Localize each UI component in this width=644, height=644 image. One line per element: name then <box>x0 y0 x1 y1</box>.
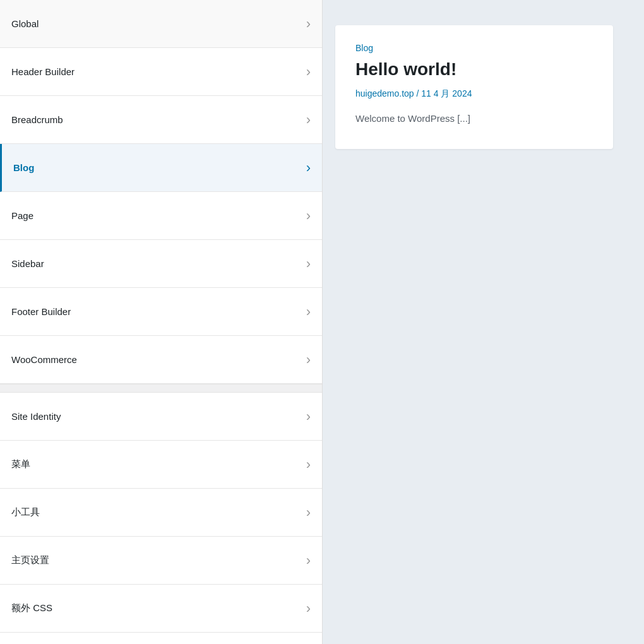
nav-item-widgets[interactable]: 小工具› <box>0 489 322 537</box>
nav-item-header-builder[interactable]: Header Builder› <box>0 48 322 96</box>
nav-item-label-woocommerce: WooCommerce <box>11 354 77 365</box>
chevron-right-icon: › <box>306 352 311 368</box>
nav-item-breadcrumb[interactable]: Breadcrumb› <box>0 96 322 144</box>
nav-item-label-page: Page <box>11 210 33 221</box>
card-category: Blog <box>355 43 593 53</box>
nav-item-blog[interactable]: Blog› <box>0 144 322 192</box>
card-title: Hello world! <box>355 59 593 80</box>
nav-item-global[interactable]: Global› <box>0 0 322 48</box>
nav-item-label-additional-css: 额外 CSS <box>11 602 52 614</box>
nav-item-sidebar[interactable]: Sidebar› <box>0 240 322 288</box>
nav-item-label-widgets: 小工具 <box>11 506 40 518</box>
nav-item-woocommerce[interactable]: WooCommerce› <box>0 336 322 384</box>
nav-item-menus[interactable]: 菜单› <box>0 441 322 489</box>
nav-item-label-site-identity: Site Identity <box>11 411 61 422</box>
nav-item-label-global: Global <box>11 18 39 29</box>
nav-item-label-breadcrumb: Breadcrumb <box>11 114 63 125</box>
right-panel: Blog Hello world! huigedemo.top / 11 4 月… <box>323 0 644 644</box>
chevron-right-icon: › <box>306 408 311 425</box>
nav-item-label-homepage-settings: 主页设置 <box>11 554 49 566</box>
left-panel: Global›Header Builder›Breadcrumb›Blog›Pa… <box>0 0 323 644</box>
nav-item-label-blog: Blog <box>13 162 34 173</box>
chevron-right-icon: › <box>306 456 311 473</box>
chevron-right-icon: › <box>306 112 311 128</box>
chevron-right-icon: › <box>306 304 311 320</box>
chevron-right-icon: › <box>306 256 311 272</box>
nav-item-label-header-builder: Header Builder <box>11 66 75 77</box>
preview-card: Blog Hello world! huigedemo.top / 11 4 月… <box>335 25 613 149</box>
nav-item-label-menus: 菜单 <box>11 458 30 470</box>
nav-item-label-footer-builder: Footer Builder <box>11 306 71 317</box>
chevron-right-icon: › <box>306 208 311 224</box>
chevron-right-icon: › <box>306 600 311 617</box>
card-excerpt: Welcome to WordPress [...] <box>355 111 593 126</box>
chevron-right-icon: › <box>306 552 311 569</box>
nav-item-site-identity[interactable]: Site Identity› <box>0 393 322 441</box>
card-meta: huigedemo.top / 11 4 月 2024 <box>355 88 593 100</box>
nav-item-homepage-settings[interactable]: 主页设置› <box>0 537 322 585</box>
nav-item-additional-css[interactable]: 额外 CSS› <box>0 585 322 633</box>
nav-item-footer-builder[interactable]: Footer Builder› <box>0 288 322 336</box>
nav-item-page[interactable]: Page› <box>0 192 322 240</box>
section-separator <box>0 384 322 393</box>
chevron-right-icon: › <box>306 160 311 176</box>
chevron-right-icon: › <box>306 504 311 521</box>
nav-item-label-sidebar: Sidebar <box>11 258 44 269</box>
chevron-right-icon: › <box>306 16 311 32</box>
chevron-right-icon: › <box>306 64 311 80</box>
